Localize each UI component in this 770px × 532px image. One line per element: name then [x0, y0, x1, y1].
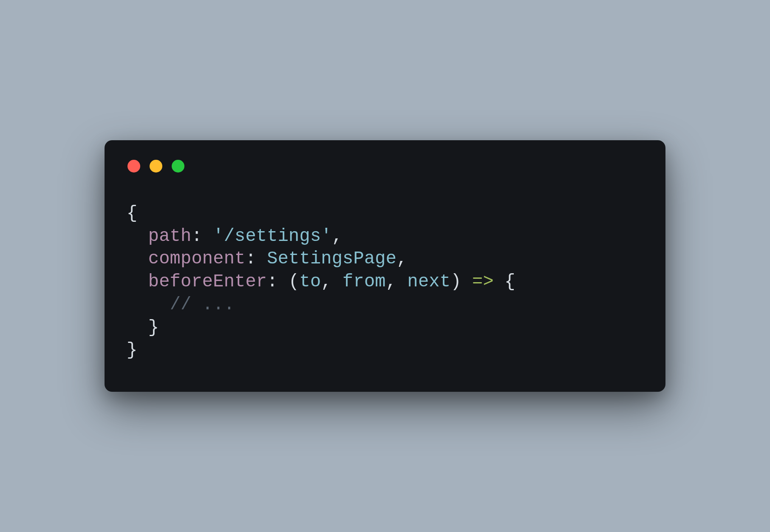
space	[461, 272, 472, 292]
brace-close: }	[127, 340, 137, 360]
param-from: from	[343, 272, 386, 292]
comment: // ...	[170, 294, 235, 315]
colon: :	[191, 226, 213, 246]
window-titlebar	[127, 157, 643, 173]
colon: :	[245, 249, 267, 269]
brace-close: }	[148, 317, 159, 338]
brace-open: {	[127, 203, 137, 224]
identifier-component-value: SettingsPage	[267, 249, 396, 269]
key-path: path	[148, 226, 192, 246]
paren-close: )	[450, 272, 461, 292]
indent	[127, 272, 148, 292]
close-icon[interactable]	[127, 160, 140, 173]
indent	[127, 226, 148, 246]
minimize-icon[interactable]	[150, 160, 162, 173]
brace-open: {	[504, 272, 515, 292]
paren-open: (	[289, 272, 299, 292]
indent	[127, 249, 148, 269]
key-before-enter: beforeEnter	[148, 272, 267, 292]
space	[494, 272, 504, 292]
indent	[127, 294, 170, 315]
colon: :	[267, 272, 289, 292]
comma: ,	[386, 272, 408, 292]
maximize-icon[interactable]	[172, 160, 184, 173]
comma: ,	[396, 249, 407, 269]
key-component: component	[148, 249, 246, 269]
param-next: next	[408, 272, 451, 292]
indent	[127, 317, 148, 338]
param-to: to	[299, 272, 321, 292]
code-window: { path: '/settings', component: Settings…	[105, 140, 665, 392]
code-block: { path: '/settings', component: Settings…	[127, 202, 643, 362]
arrow-operator: =>	[472, 272, 494, 292]
string-path-value: '/settings'	[213, 226, 331, 246]
comma: ,	[321, 272, 343, 292]
comma: ,	[332, 226, 343, 246]
